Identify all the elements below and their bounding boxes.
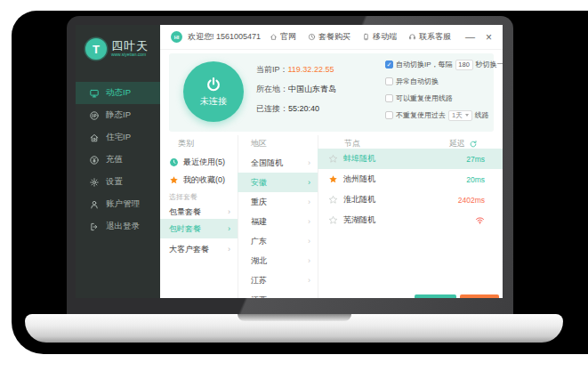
node-label: 芜湖随机 — [343, 214, 375, 226]
chevron-right-icon: › — [308, 256, 310, 265]
connection-options: ✓ 自动切换IP，每隔 秒切换一次 异常自动切换 可以重复使用线路 不重复使用过… — [385, 59, 503, 121]
node-row[interactable]: 淮北随机 2402ms — [318, 190, 503, 210]
option-text: 可以重复使用线路 — [396, 93, 453, 103]
checkbox[interactable]: ✓ — [385, 60, 393, 69]
chevron-right-icon: › — [308, 178, 310, 187]
category-row[interactable]: 包量套餐 › — [160, 205, 238, 219]
region-label: 江西 — [251, 294, 267, 299]
info-value: 119.32.22.55 — [288, 65, 334, 74]
logo-monogram-icon: T — [85, 38, 107, 60]
app-logo: T 四叶天 www.siyetian.com — [76, 25, 160, 62]
chevron-right-icon: › — [228, 207, 230, 216]
bottom-teal-button-strip[interactable] — [415, 294, 456, 298]
star-outline-icon[interactable] — [328, 195, 338, 205]
titlebar-link-label: 官网 — [280, 31, 296, 43]
titlebar-link-buy-package[interactable]: 套餐购买 — [308, 31, 350, 43]
info-value: 55:20:40 — [288, 104, 319, 113]
connection-info-row: 已连接： 55:20:40 — [256, 102, 336, 115]
category-label: 我的收藏(0) — [183, 174, 225, 186]
region-label: 重庆 — [251, 197, 267, 208]
connect-button[interactable]: 未连接 — [183, 61, 244, 122]
checkbox[interactable] — [385, 94, 393, 102]
region-row[interactable]: 江苏 › — [238, 270, 318, 290]
titlebar-link-label: 联系客服 — [419, 31, 451, 43]
option-text: 秒切换一次 — [476, 60, 503, 69]
sidebar-item-label: 退出登录 — [106, 221, 140, 232]
titlebar-link-label: 移动端 — [373, 31, 397, 43]
sidebar: T 四叶天 www.siyetian.com 动态IP 静态IP 住宅IP 充值… — [76, 25, 160, 298]
chevron-right-icon: › — [308, 198, 310, 206]
headset-icon — [408, 33, 416, 41]
category-label: 包量套餐 — [169, 206, 201, 218]
region-row[interactable]: 福建 › — [238, 212, 318, 231]
node-table: 类别 地区 节点 延迟 最近使用(5) 我的收藏(0) — [160, 135, 503, 298]
window-controls: — × — [465, 32, 492, 43]
bottom-orange-button-strip[interactable] — [460, 294, 499, 298]
option-text: 不重复使用过去 — [396, 110, 446, 120]
region-row[interactable]: 广东 › — [238, 231, 318, 251]
sidebar-item-recharge[interactable]: 充值 — [76, 149, 160, 171]
region-row[interactable]: 重庆 › — [238, 192, 318, 212]
region-row[interactable]: 全国随机 › — [238, 153, 318, 173]
sidebar-item-settings[interactable]: 设置 — [76, 171, 160, 193]
sidebar-item-static-ip[interactable]: 静态IP — [76, 104, 160, 126]
app-window: T 四叶天 www.siyetian.com 动态IP 静态IP 住宅IP 充值… — [76, 25, 503, 298]
star-outline-icon[interactable] — [328, 215, 338, 225]
laptop-mockup: T 四叶天 www.siyetian.com 动态IP 静态IP 住宅IP 充值… — [0, 0, 588, 371]
star-outline-icon[interactable] — [328, 154, 338, 164]
connection-status-label: 未连接 — [200, 95, 227, 108]
checkbox[interactable] — [385, 77, 393, 85]
column-header-category: 类别 — [178, 138, 194, 149]
region-label: 广东 — [251, 236, 267, 247]
region-row[interactable]: 安徽 › — [238, 173, 318, 192]
sidebar-item-account-management[interactable]: 账户管理 — [76, 193, 160, 215]
wifi-off-icon — [475, 215, 485, 225]
category-label: 包时套餐 — [169, 223, 201, 235]
close-button[interactable]: × — [486, 32, 492, 43]
interval-input[interactable] — [455, 60, 473, 70]
welcome-badge: HI — [171, 31, 182, 43]
option-row: 可以重复使用线路 — [385, 93, 503, 104]
column-header-region: 地区 — [251, 138, 267, 149]
duration-select[interactable]: 1天 — [448, 110, 472, 121]
chevron-right-icon: › — [228, 224, 230, 233]
minimize-button[interactable]: — — [465, 32, 475, 42]
sidebar-item-label: 动态IP — [106, 87, 131, 99]
node-label: 池州随机 — [343, 173, 375, 185]
node-row[interactable]: 芜湖随机 — [318, 210, 503, 230]
chevron-down-icon — [465, 114, 469, 117]
region-label: 安徽 — [251, 177, 267, 189]
sidebar-item-label: 静态IP — [106, 109, 131, 121]
node-row[interactable]: 蚌埠随机 27ms — [318, 149, 503, 169]
checkbox[interactable] — [385, 111, 393, 119]
chevron-right-icon: › — [308, 276, 310, 285]
region-row[interactable]: 江西 › — [238, 290, 318, 298]
region-label: 江苏 — [251, 275, 267, 286]
category-row[interactable]: 包时套餐 › — [160, 219, 238, 238]
brand-name: 四叶天 — [111, 40, 154, 52]
mobile-icon — [362, 33, 370, 41]
sidebar-item-label: 住宅IP — [106, 132, 131, 143]
category-row[interactable]: 大客户套餐 › — [160, 238, 238, 260]
sidebar-item-dynamic-ip[interactable]: 动态IP — [76, 82, 160, 104]
star-filled-icon[interactable] — [328, 174, 338, 184]
sidebar-item-residential-ip[interactable]: 住宅IP — [76, 126, 160, 149]
node-row[interactable]: 池州随机 20ms — [318, 169, 503, 190]
sidebar-item-label: 账户管理 — [106, 198, 140, 210]
brand-website: www.siyetian.com — [111, 52, 146, 57]
category-row[interactable]: 我的收藏(0) — [160, 171, 238, 189]
option-text: 自动切换IP，每隔 — [396, 60, 453, 69]
category-row[interactable]: 最近使用(5) — [160, 153, 238, 171]
titlebar-link-official-site[interactable]: 官网 — [270, 31, 296, 43]
info-value: 中国山东青岛 — [288, 84, 336, 95]
category-label: 大客户套餐 — [169, 244, 209, 255]
titlebar-link-contact-support[interactable]: 联系客服 — [408, 31, 451, 43]
account-icon — [89, 199, 100, 210]
latency-value: 20ms — [466, 175, 485, 184]
titlebar-links: 官网 套餐购买 移动端 联系客服 — [270, 31, 451, 43]
logout-icon — [89, 222, 100, 232]
titlebar-link-mobile-client[interactable]: 移动端 — [362, 31, 397, 43]
refresh-icon[interactable] — [469, 140, 478, 149]
sidebar-item-logout[interactable]: 退出登录 — [76, 215, 160, 238]
region-row[interactable]: 湖北 › — [238, 251, 318, 270]
